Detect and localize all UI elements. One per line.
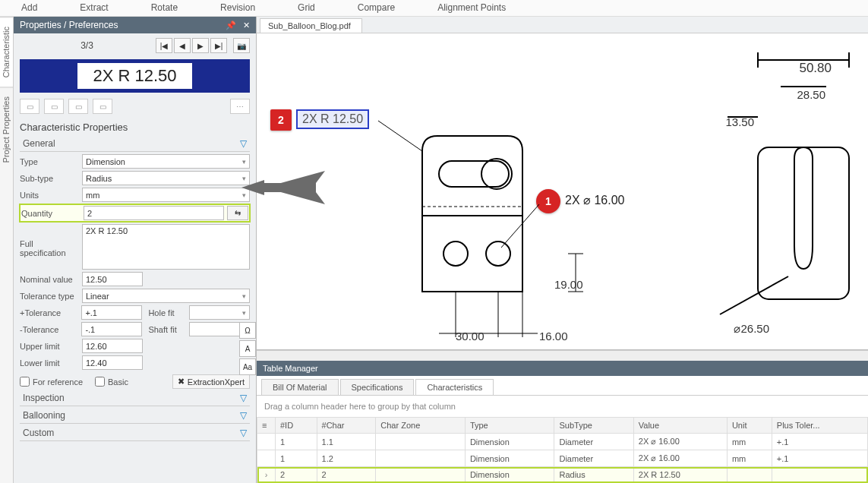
quantity-split-button[interactable]: ⇆ — [227, 206, 248, 220]
vertical-tab-strip: Characteristic Project Properties — [0, 17, 14, 483]
toolbar-rotate[interactable]: Rotate — [130, 0, 199, 16]
subtype-select[interactable]: Radius▾ — [82, 171, 250, 185]
svg-rect-3 — [439, 161, 509, 187]
toolbar-add[interactable]: Add — [0, 0, 58, 16]
toolbar-alignment[interactable]: Alignment Points — [416, 0, 527, 16]
tab-characteristic[interactable]: Characteristic — [0, 17, 13, 87]
characteristics-grid[interactable]: ≡ #ID #Char Char Zone Type SubType Value… — [257, 417, 868, 483]
label-ptol: +Tolerance — [20, 308, 78, 317]
dim-28: 28.50 — [797, 88, 825, 101]
type-select[interactable]: Dimension▾ — [82, 154, 250, 169]
label-subtype: Sub-type — [20, 174, 79, 183]
case-icon[interactable]: Aa — [239, 358, 256, 375]
holefit-select[interactable]: ▾ — [189, 305, 250, 320]
lower-input[interactable]: 12.40 — [82, 355, 143, 370]
col-unit[interactable]: Unit — [727, 418, 772, 434]
table-manager-tabs: Bill Of Material Specifications Characte… — [257, 376, 868, 396]
label-upper: Upper limit — [20, 342, 79, 351]
pin-icon[interactable]: 📌 — [226, 21, 236, 30]
col-type[interactable]: Type — [465, 418, 554, 434]
col-id[interactable]: #ID — [276, 418, 317, 434]
main-toolbar: Add Extract Rotate Revision Grid Compare… — [0, 0, 868, 17]
drawing-canvas[interactable]: 2 2X R 12.50 1 2X ⌀ 16.00 — [257, 33, 868, 350]
toolbar-revision[interactable]: Revision — [199, 0, 276, 16]
feature-text: 2X R 12.50 — [77, 63, 191, 89]
extractionxpert-button[interactable]: ✖ ExtractionXpert — [172, 374, 250, 389]
ocr-tool-3[interactable]: ▭ — [68, 99, 88, 114]
label-lower: Lower limit — [20, 358, 79, 368]
label-shaftfit: Shaft fit — [148, 325, 186, 334]
col-zone[interactable]: Char Zone — [376, 418, 466, 434]
accordion-ballooning[interactable]: Ballooning▽ — [20, 408, 250, 424]
tab-bom[interactable]: Bill Of Material — [261, 379, 339, 395]
nav-first-button[interactable]: |◀ — [156, 38, 172, 53]
col-char[interactable]: #Char — [317, 418, 376, 434]
drawing-svg — [257, 33, 868, 350]
svg-point-6 — [486, 242, 510, 266]
toltype-select[interactable]: Linear▾ — [82, 289, 250, 303]
label-type: Type — [20, 157, 79, 166]
props-section-title: Characteristic Properties — [20, 122, 250, 133]
fullspec-textarea[interactable] — [82, 224, 250, 270]
col-menu-icon[interactable]: ≡ — [257, 418, 276, 434]
doc-tab[interactable]: Sub_Balloon_Blog.pdf — [260, 18, 362, 33]
document-area: Sub_Balloon_Blog.pdf 2 2X R 12.50 1 2X ⌀… — [257, 17, 868, 483]
accordion-custom[interactable]: Custom▽ — [20, 425, 250, 441]
svg-line-0 — [378, 121, 422, 151]
doc-tab-bar: Sub_Balloon_Blog.pdf — [257, 17, 868, 33]
font-icon[interactable]: A — [239, 340, 256, 357]
table-row[interactable]: 11.2DimensionDiameter2X ⌀ 16.00mm+.1 — [257, 450, 868, 467]
dim-50: 50.80 — [799, 61, 832, 76]
table-row-selected[interactable]: ›22DimensionRadius2X R 12.50 — [257, 467, 868, 483]
dim-30: 30.00 — [456, 330, 485, 343]
label-holefit: Hole fit — [148, 308, 186, 317]
nav-last-button[interactable]: ▶| — [210, 38, 227, 53]
horizontal-scrollbar[interactable] — [257, 350, 868, 361]
ptol-input[interactable]: +.1 — [81, 305, 142, 320]
ocr-tool-row: ▭ ▭ ▭ ▭ ⋯ — [14, 97, 256, 118]
col-val[interactable]: Value — [633, 418, 727, 434]
ntol-input[interactable]: -.1 — [81, 322, 142, 336]
svg-point-5 — [443, 242, 468, 266]
nav-prev-button[interactable]: ◀ — [174, 38, 191, 53]
ocr-tool-settings[interactable]: ⋯ — [230, 99, 250, 114]
tab-characteristics[interactable]: Characteristics — [415, 379, 494, 395]
svg-line-7 — [501, 204, 539, 248]
ocr-tool-2[interactable]: ▭ — [44, 99, 64, 114]
col-plus[interactable]: Plus Toler... — [772, 418, 867, 434]
ocr-tool-4[interactable]: ▭ — [93, 99, 112, 114]
quantity-input[interactable]: 2 — [84, 206, 224, 220]
col-sub[interactable]: SubType — [554, 418, 633, 434]
table-manager-header: Table Manager — [257, 361, 868, 376]
basic-checkbox[interactable]: Basic — [95, 377, 128, 387]
label-ntol: -Tolerance — [20, 325, 78, 334]
toolbar-grid[interactable]: Grid — [276, 0, 336, 16]
table-row[interactable]: 11.1DimensionDiameter2X ⌀ 16.00mm+.1 — [257, 434, 868, 450]
symbol-omega-icon[interactable]: Ω — [239, 322, 256, 339]
forref-checkbox[interactable]: For reference — [20, 377, 83, 387]
units-select[interactable]: mm▾ — [82, 188, 250, 202]
label-quantity: Quantity — [21, 209, 80, 218]
label-toltype: Tolerance type — [20, 292, 79, 301]
toolbar-compare[interactable]: Compare — [336, 0, 416, 16]
feature-display: 2X R 12.50 — [20, 59, 250, 93]
panel-header: Properties / Preferences 📌 ✕ — [14, 17, 256, 33]
panel-close-icon[interactable]: ✕ — [243, 21, 250, 30]
quantity-row: Quantity 2 ⇆ — [20, 204, 250, 222]
tab-project-properties[interactable]: Project Properties — [0, 87, 13, 172]
nav-next-button[interactable]: ▶ — [192, 38, 209, 53]
accordion-inspection[interactable]: Inspection▽ — [20, 390, 250, 406]
upper-input[interactable]: 12.60 — [82, 339, 143, 353]
toolbar-extract[interactable]: Extract — [58, 0, 129, 16]
nav-row: 3/3 |◀ ◀ ▶ ▶| 📷 — [14, 33, 256, 58]
tab-specifications[interactable]: Specifications — [340, 379, 415, 395]
label-nominal: Nominal value — [20, 275, 79, 284]
dim-16: 16.00 — [539, 330, 568, 343]
nominal-input[interactable]: 12.50 — [82, 272, 143, 286]
ocr-tool-1[interactable]: ▭ — [20, 99, 39, 114]
svg-rect-15 — [758, 147, 849, 299]
capture-icon[interactable]: 📷 — [233, 38, 250, 53]
accordion-general[interactable]: General▽ — [20, 136, 250, 152]
panel-title: Properties / Preferences — [20, 20, 118, 30]
properties-panel: Properties / Preferences 📌 ✕ 3/3 |◀ ◀ ▶ … — [14, 17, 257, 483]
